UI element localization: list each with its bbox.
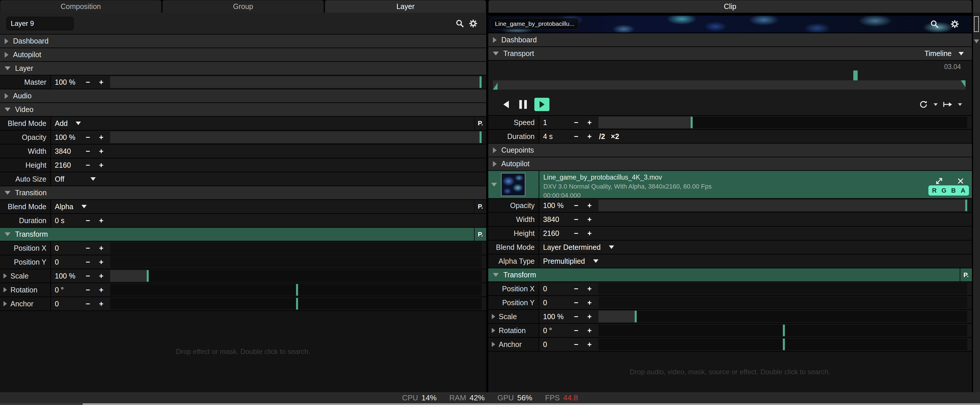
increment-button[interactable]: + (94, 269, 108, 282)
tab-clip[interactable]: Clip (488, 0, 972, 13)
channel-r-toggle[interactable]: R (929, 186, 939, 195)
position-x-slider[interactable] (598, 283, 967, 295)
rotation-slider[interactable] (110, 283, 482, 297)
tab-layer[interactable]: Layer (325, 0, 486, 13)
section-autopilot[interactable]: Autopilot (0, 48, 486, 61)
blend-mode-dropdown[interactable]: Layer Determined (539, 241, 614, 254)
play-button[interactable] (535, 98, 549, 111)
auto-size-dropdown[interactable]: Off (51, 172, 96, 186)
section-audio[interactable]: Audio (0, 89, 486, 102)
layer-name-input[interactable] (6, 17, 74, 30)
opacity-slider[interactable] (598, 199, 967, 212)
decrement-button[interactable]: − (81, 158, 94, 172)
decrement-button[interactable]: − (81, 241, 94, 255)
scale-slider[interactable] (598, 310, 967, 323)
opacity-slider[interactable] (110, 131, 482, 144)
decrement-button[interactable]: − (570, 116, 583, 129)
param-label[interactable]: Anchor (0, 297, 51, 311)
param-value[interactable]: 0 (539, 282, 570, 295)
param-value[interactable]: 100 % (539, 199, 570, 212)
param-value[interactable]: 0 ° (51, 283, 81, 297)
decrement-button[interactable]: − (570, 338, 583, 351)
increment-button[interactable]: + (583, 310, 596, 323)
play-direction-button[interactable] (941, 98, 955, 111)
param-pin-button[interactable]: P. (960, 268, 972, 281)
param-label[interactable]: Anchor (488, 338, 539, 351)
increment-button[interactable]: + (583, 324, 596, 337)
param-value[interactable]: 0 (51, 241, 81, 255)
param-value[interactable]: 3840 (539, 213, 570, 226)
clip-name-chip[interactable]: Line_game_by_protobacillu... (491, 18, 579, 30)
decrement-button[interactable]: − (570, 324, 583, 337)
channel-a-toggle[interactable]: A (958, 186, 968, 195)
increment-button[interactable]: + (583, 116, 596, 129)
decrement-button[interactable]: − (81, 269, 94, 282)
param-value[interactable]: 100 % (51, 75, 81, 89)
decrement-button[interactable]: − (570, 199, 583, 212)
param-label[interactable]: Scale (488, 310, 539, 323)
settings-button[interactable] (466, 17, 480, 30)
increment-button[interactable]: + (94, 145, 108, 158)
param-value[interactable]: 0 (539, 338, 570, 351)
param-pin-button[interactable]: P. (474, 116, 486, 130)
decrement-button[interactable]: − (81, 75, 94, 89)
decrement-button[interactable]: − (570, 213, 583, 226)
clip-file-row[interactable]: Line_game_by_protobacillus_4K_3.mov DXV … (488, 171, 972, 198)
clip-preview-strip[interactable]: Line_game_by_protobacillu... (488, 16, 972, 32)
scrollbar-thumb[interactable] (974, 16, 979, 32)
decrement-button[interactable]: − (570, 226, 583, 240)
param-value[interactable]: 0 ° (539, 324, 570, 337)
anchor-slider[interactable] (598, 338, 967, 351)
pause-button[interactable] (519, 100, 527, 109)
increment-button[interactable]: + (94, 241, 108, 255)
double-duration-button[interactable]: ×2 (608, 130, 622, 143)
tab-composition[interactable]: Composition (0, 0, 162, 13)
param-value[interactable]: 2160 (51, 158, 81, 172)
param-value[interactable]: 4 s (539, 130, 570, 143)
increment-button[interactable]: + (583, 338, 596, 351)
chevron-down-icon[interactable] (491, 183, 497, 187)
increment-button[interactable]: + (94, 158, 108, 172)
param-value[interactable]: 100 % (51, 269, 81, 282)
speed-slider[interactable] (598, 116, 967, 129)
increment-button[interactable]: + (583, 296, 596, 309)
rotation-slider[interactable] (598, 324, 967, 337)
chevron-down-icon[interactable] (958, 103, 962, 106)
decrement-button[interactable]: − (81, 131, 94, 144)
increment-button[interactable]: + (94, 255, 108, 269)
param-value[interactable]: 3840 (51, 145, 81, 158)
increment-button[interactable]: + (94, 297, 108, 311)
transport-mode-dropdown[interactable]: Timeline (924, 49, 972, 58)
scroll-down-icon[interactable] (974, 40, 979, 43)
anchor-slider[interactable] (110, 297, 482, 311)
param-value[interactable]: 0 (539, 296, 570, 309)
section-video[interactable]: Video (0, 103, 486, 116)
increment-button[interactable]: + (94, 131, 108, 144)
increment-button[interactable]: + (583, 213, 596, 226)
param-value[interactable]: 0 (51, 297, 81, 311)
layer-drop-zone[interactable]: Drop effect or mask. Double click to sea… (0, 311, 486, 392)
decrement-button[interactable]: − (570, 282, 583, 295)
param-value[interactable]: 0 (51, 255, 81, 269)
param-value[interactable]: 2160 (539, 226, 570, 240)
decrement-button[interactable]: − (81, 145, 94, 158)
section-cuepoints[interactable]: Cuepoints (488, 144, 972, 157)
param-value[interactable]: 100 % (51, 131, 81, 144)
position-y-slider[interactable] (110, 256, 482, 268)
chevron-down-icon[interactable] (934, 103, 938, 106)
clip-drop-zone[interactable]: Drop audio, video, mask, source or effec… (488, 352, 972, 392)
increment-button[interactable]: + (94, 75, 108, 89)
search-button[interactable] (928, 18, 941, 31)
vertical-scrollbar[interactable] (973, 0, 980, 392)
param-label[interactable]: Scale (0, 269, 51, 282)
section-layer[interactable]: Layer (0, 62, 486, 75)
decrement-button[interactable]: − (81, 283, 94, 297)
play-backwards-button[interactable] (503, 100, 509, 108)
blend-mode-dropdown[interactable]: Alpha (51, 200, 87, 213)
increment-button[interactable]: + (94, 283, 108, 297)
decrement-button[interactable]: − (570, 296, 583, 309)
decrement-button[interactable]: − (81, 214, 94, 227)
channel-b-toggle[interactable]: B (949, 186, 958, 195)
section-transition[interactable]: Transition (0, 186, 486, 199)
search-button[interactable] (453, 17, 466, 30)
